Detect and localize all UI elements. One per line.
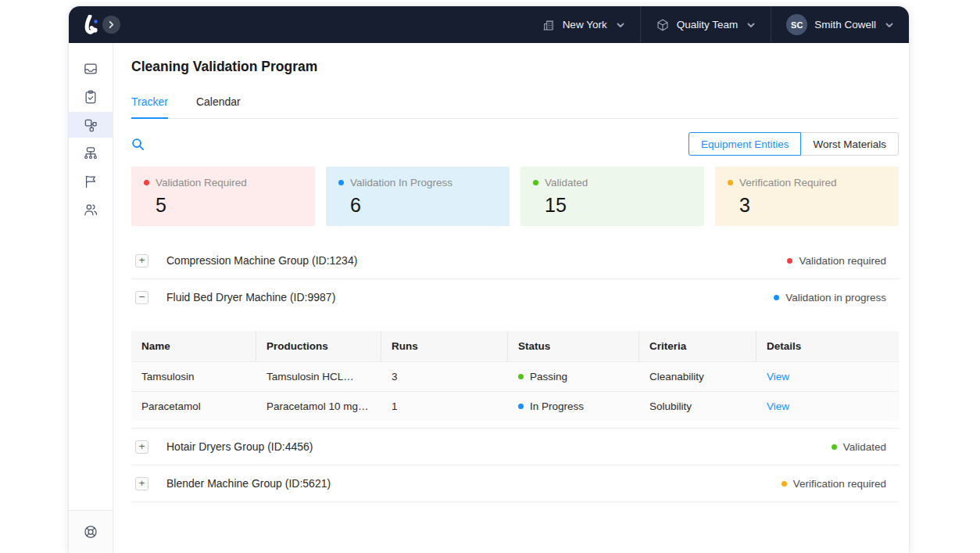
- chevron-right-icon: [107, 20, 116, 29]
- group-row-fluid-bed-dryer[interactable]: − Fluid Bed Dryer Machine (ID:9987) Vali…: [131, 279, 899, 315]
- people-icon: [83, 202, 98, 217]
- group-row-compression-machine[interactable]: + Compression Machine Group (ID:1234) Va…: [131, 242, 899, 278]
- group-section: + Compression Machine Group (ID:1234) Va…: [131, 242, 899, 279]
- equipment-group-list: + Compression Machine Group (ID:1234) Va…: [131, 242, 899, 502]
- table-row: Paracetamol Paracetamol 10 mg… 1 In Prog…: [131, 391, 899, 421]
- card-value: 15: [545, 194, 692, 217]
- column-header-details: Details: [756, 331, 899, 361]
- sidebar-item-tasks[interactable]: [69, 84, 113, 110]
- workflow-group-icon: [83, 117, 98, 133]
- card-validated: Validated 15: [520, 167, 704, 226]
- status-dot: [533, 180, 538, 185]
- group-status: Validation required: [787, 255, 886, 267]
- expand-icon[interactable]: +: [135, 254, 148, 268]
- top-navbar: New York Quality Team SC Smith Cowell: [69, 6, 909, 43]
- location-label: New York: [563, 19, 607, 31]
- group-label: Blender Machine Group (ID:5621): [166, 477, 331, 490]
- status-label: Passing: [530, 371, 567, 382]
- column-header-productions: Productions: [256, 331, 381, 361]
- group-row-blender-machine[interactable]: + Blender Machine Group (ID:5621) Verifi…: [131, 465, 899, 501]
- cell-runs: 3: [381, 362, 508, 391]
- group-section: + Hotair Dryers Group (ID:4456) Validate…: [131, 429, 899, 465]
- group-label: Compression Machine Group (ID:1234): [166, 254, 357, 267]
- chevron-down-icon: [616, 20, 625, 30]
- sidebar-item-inbox[interactable]: [69, 56, 113, 81]
- sidebar-collapse-button[interactable]: [102, 16, 120, 34]
- tab-tracker[interactable]: Tracker: [131, 95, 168, 118]
- card-value: 3: [739, 194, 886, 217]
- view-toggle-group: Equipment Entities Worst Materials: [689, 132, 899, 156]
- column-header-criteria: Criteria: [639, 331, 756, 361]
- cube-icon: [656, 18, 670, 32]
- group-section-expanded: − Fluid Bed Dryer Machine (ID:9987) Vali…: [131, 279, 899, 429]
- chevron-down-icon: [885, 20, 894, 30]
- clipboard-check-icon: [83, 89, 98, 105]
- status-dot: [832, 444, 837, 450]
- group-section: + Blender Machine Group (ID:5621) Verifi…: [131, 465, 899, 502]
- sidebar-item-teams[interactable]: [69, 196, 113, 222]
- sidebar-item-hierarchy[interactable]: [69, 140, 113, 166]
- cell-productions: Paracetamol 10 mg…: [256, 392, 381, 421]
- cell-criteria: Solubility: [639, 392, 756, 421]
- topbar-menus: New York Quality Team SC Smith Cowell: [527, 6, 909, 43]
- view-link[interactable]: View: [767, 400, 789, 412]
- card-label: Verification Required: [739, 177, 837, 189]
- group-row-hotair-dryers[interactable]: + Hotair Dryers Group (ID:4456) Validate…: [131, 429, 899, 465]
- lifebuoy-icon: [83, 524, 98, 540]
- chevron-down-icon: [746, 20, 756, 30]
- main-content: Cleaning Validation Program Tracker Cale…: [113, 43, 909, 553]
- card-label: Validated: [545, 177, 588, 189]
- equipment-entities-button[interactable]: Equipment Entities: [689, 132, 802, 156]
- cell-name: Tamsulosin: [131, 362, 256, 391]
- validation-detail-table: Name Productions Runs Status Criteria De…: [131, 331, 899, 421]
- sidebar-help[interactable]: [69, 510, 113, 553]
- cell-name: Paracetamol: [131, 392, 256, 421]
- group-status-label: Validated: [843, 441, 886, 453]
- table-header-row: Name Productions Runs Status Criteria De…: [131, 331, 899, 361]
- worst-materials-button[interactable]: Worst Materials: [800, 132, 899, 156]
- sidebar: [69, 43, 113, 553]
- summary-cards: Validation Required 5 Validation In Prog…: [131, 167, 899, 226]
- tab-calendar[interactable]: Calendar: [196, 95, 241, 118]
- avatar: SC: [786, 14, 807, 35]
- status-dot: [787, 258, 792, 264]
- location-selector[interactable]: New York: [527, 6, 640, 43]
- status-dot: [338, 180, 344, 185]
- card-label: Validation In Progress: [350, 177, 452, 189]
- team-selector[interactable]: Quality Team: [640, 6, 771, 43]
- card-label: Validation Required: [156, 177, 247, 189]
- sidebar-item-validation-programs[interactable]: [69, 112, 113, 138]
- search-button[interactable]: [131, 138, 145, 151]
- sitemap-icon: [83, 145, 98, 161]
- team-label: Quality Team: [677, 19, 739, 31]
- table-row: Tamsulosin Tamsulosin HCL… 3 Passing Cle…: [131, 361, 899, 391]
- page-title: Cleaning Validation Program: [131, 59, 899, 75]
- user-menu[interactable]: SC Smith Cowell: [771, 6, 909, 43]
- card-value: 6: [350, 194, 497, 217]
- building-icon: [542, 18, 556, 32]
- cell-runs: 1: [381, 392, 508, 421]
- cell-criteria: Cleanability: [639, 362, 756, 391]
- expand-icon[interactable]: +: [135, 477, 148, 490]
- expand-icon[interactable]: +: [135, 440, 148, 454]
- brand-logo-icon: [82, 15, 104, 35]
- cell-details: View: [756, 362, 899, 391]
- card-value: 5: [156, 194, 302, 217]
- cell-productions: Tamsulosin HCL…: [256, 362, 381, 391]
- group-status-label: Verification required: [793, 478, 886, 490]
- group-status-label: Validation in progress: [785, 292, 886, 303]
- status-dot: [728, 180, 733, 185]
- collapse-icon[interactable]: −: [135, 291, 148, 304]
- column-header-name: Name: [131, 331, 256, 361]
- status-dot: [518, 404, 524, 409]
- tab-bar: Tracker Calendar: [131, 95, 899, 119]
- group-status: Validation in progress: [774, 292, 886, 303]
- view-link[interactable]: View: [767, 371, 789, 382]
- flag-icon: [83, 174, 98, 189]
- search-icon: [131, 138, 145, 151]
- card-verification-required: Verification Required 3: [715, 167, 899, 226]
- sidebar-item-flags[interactable]: [69, 168, 113, 194]
- status-dot: [781, 481, 787, 487]
- card-validation-required: Validation Required 5: [131, 167, 315, 226]
- group-label: Hotair Dryers Group (ID:4456): [166, 440, 313, 453]
